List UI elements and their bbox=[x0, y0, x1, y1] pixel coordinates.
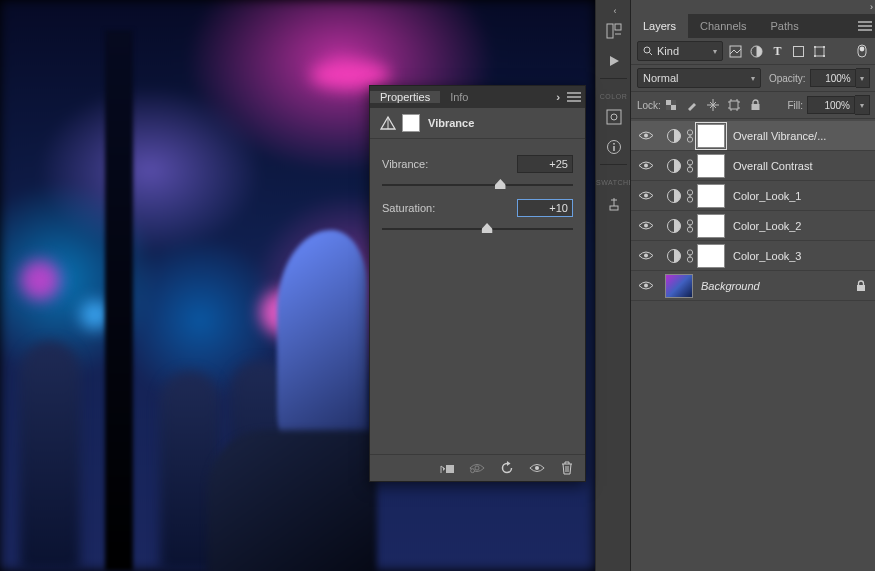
lock-position-icon[interactable] bbox=[706, 98, 721, 113]
lock-row: Lock: Fill: 100% ▾ bbox=[631, 92, 875, 119]
tab-properties[interactable]: Properties bbox=[370, 91, 440, 103]
collapse-panel-icon[interactable]: ›› bbox=[550, 92, 563, 103]
svg-rect-22 bbox=[666, 105, 671, 110]
mask-thumbnail-icon[interactable] bbox=[402, 114, 420, 132]
opacity-caret[interactable]: ▾ bbox=[856, 68, 870, 88]
slider-track[interactable] bbox=[382, 221, 573, 237]
mask-link-icon[interactable] bbox=[685, 219, 695, 233]
layer-mask-thumbnail[interactable] bbox=[697, 184, 725, 208]
layer-row[interactable]: Color_Look_2 bbox=[631, 211, 875, 241]
slider-thumb[interactable] bbox=[495, 179, 506, 189]
blend-mode-dropdown[interactable]: Normal ▾ bbox=[637, 68, 761, 88]
trash-icon[interactable] bbox=[559, 460, 575, 476]
adjustment-layer-icon bbox=[665, 127, 683, 145]
lock-icon bbox=[856, 280, 870, 292]
svg-point-41 bbox=[644, 254, 648, 258]
tab-channels[interactable]: Channels bbox=[688, 14, 758, 38]
layer-name[interactable]: Overall Vibrance/... bbox=[733, 130, 870, 142]
color-panel-icon[interactable] bbox=[596, 102, 631, 132]
slider-thumb[interactable] bbox=[482, 223, 493, 233]
adjustment-layer-icon bbox=[665, 157, 683, 175]
lock-artboard-icon[interactable] bbox=[727, 98, 742, 113]
filter-kind-label: Kind bbox=[657, 45, 679, 57]
slider-track[interactable] bbox=[382, 177, 573, 193]
layer-row[interactable]: Overall Contrast bbox=[631, 151, 875, 181]
layer-mask-thumbnail[interactable] bbox=[697, 214, 725, 238]
layer-row[interactable]: Overall Vibrance/... bbox=[631, 121, 875, 151]
svg-rect-20 bbox=[671, 105, 676, 110]
mask-link-icon[interactable] bbox=[685, 129, 695, 143]
tab-paths[interactable]: Paths bbox=[759, 14, 811, 38]
adjustment-layer-icon bbox=[665, 247, 683, 265]
adjust-filter-icon[interactable] bbox=[748, 43, 765, 60]
opacity-value[interactable]: 100% bbox=[810, 69, 856, 87]
slider-value-input[interactable] bbox=[517, 199, 573, 217]
properties-tabbar: Properties Info ›› bbox=[370, 86, 585, 108]
layer-name[interactable]: Overall Contrast bbox=[733, 160, 870, 172]
slider-value-input[interactable] bbox=[517, 155, 573, 173]
fill-value[interactable]: 100% bbox=[807, 96, 855, 114]
lock-label: Lock: bbox=[637, 100, 661, 111]
layer-row[interactable]: Color_Look_1 bbox=[631, 181, 875, 211]
actions-panel-icon[interactable] bbox=[596, 46, 631, 76]
svg-rect-7 bbox=[610, 206, 618, 210]
fill-caret[interactable]: ▾ bbox=[855, 95, 870, 115]
layer-row[interactable]: Background bbox=[631, 271, 875, 301]
layer-thumbnail[interactable] bbox=[665, 274, 693, 298]
slider-label: Vibrance: bbox=[382, 158, 517, 170]
svg-point-8 bbox=[644, 47, 650, 53]
svg-rect-46 bbox=[857, 285, 865, 291]
layer-mask-thumbnail[interactable] bbox=[697, 154, 725, 178]
panel-menu-icon[interactable] bbox=[854, 14, 875, 38]
blend-row: Normal ▾ Opacity: 100% ▾ bbox=[631, 65, 875, 92]
toggle-visibility-icon[interactable] bbox=[529, 460, 545, 476]
layer-mask-thumbnail[interactable] bbox=[697, 124, 725, 148]
visibility-toggle-icon[interactable] bbox=[637, 127, 655, 145]
reset-icon[interactable] bbox=[499, 460, 515, 476]
lock-brush-icon[interactable] bbox=[685, 98, 700, 113]
tab-info[interactable]: Info bbox=[440, 91, 478, 103]
lock-pixels-icon[interactable] bbox=[664, 98, 679, 113]
filter-toggle-switch[interactable] bbox=[853, 43, 870, 60]
visibility-toggle-icon[interactable] bbox=[637, 247, 655, 265]
layer-name[interactable]: Color_Look_3 bbox=[733, 250, 870, 262]
pixel-filter-icon[interactable] bbox=[727, 43, 744, 60]
visibility-toggle-icon[interactable] bbox=[637, 157, 655, 175]
type-filter-icon[interactable]: T bbox=[769, 43, 786, 60]
swatches-panel-icon[interactable] bbox=[596, 188, 631, 218]
layer-name[interactable]: Color_Look_2 bbox=[733, 220, 870, 232]
slider-label: Saturation: bbox=[382, 202, 517, 214]
sliders-group: Vibrance:Saturation: bbox=[370, 139, 585, 237]
layer-mask-thumbnail[interactable] bbox=[697, 244, 725, 268]
expand-dock-icon[interactable]: ‹‹ bbox=[596, 6, 631, 16]
svg-point-49 bbox=[471, 469, 475, 473]
filter-kind-dropdown[interactable]: Kind ▾ bbox=[637, 41, 723, 61]
lock-all-icon[interactable] bbox=[748, 98, 763, 113]
shape-filter-icon[interactable] bbox=[790, 43, 807, 60]
layer-row[interactable]: Color_Look_3 bbox=[631, 241, 875, 271]
mask-link-icon[interactable] bbox=[685, 189, 695, 203]
layer-name[interactable]: Color_Look_1 bbox=[733, 190, 870, 202]
history-panel-icon[interactable] bbox=[596, 16, 631, 46]
visibility-toggle-icon[interactable] bbox=[637, 277, 655, 295]
panel-menu-icon[interactable] bbox=[563, 92, 585, 102]
visibility-toggle-icon[interactable] bbox=[637, 187, 655, 205]
smart-filter-icon[interactable] bbox=[811, 43, 828, 60]
tab-layers[interactable]: Layers bbox=[631, 14, 688, 38]
mask-link-icon[interactable] bbox=[685, 249, 695, 263]
collapse-dock-icon[interactable]: ›› bbox=[631, 0, 875, 14]
svg-rect-47 bbox=[446, 465, 454, 473]
slider-row: Saturation: bbox=[382, 199, 573, 217]
blend-mode-value: Normal bbox=[643, 72, 678, 84]
visibility-toggle-icon[interactable] bbox=[637, 217, 655, 235]
fill-label: Fill: bbox=[787, 100, 803, 111]
layer-name[interactable]: Background bbox=[701, 280, 856, 292]
view-previous-icon[interactable] bbox=[469, 460, 485, 476]
mask-link-icon[interactable] bbox=[685, 159, 695, 173]
info-panel-icon[interactable] bbox=[596, 132, 631, 162]
opacity-label: Opacity: bbox=[769, 73, 806, 84]
svg-rect-5 bbox=[613, 146, 615, 151]
properties-panel: Properties Info ›› Vibrance Vibrance:Sat… bbox=[369, 85, 586, 482]
clip-to-layer-icon[interactable] bbox=[439, 460, 455, 476]
layers-panel: ›› Layers Channels Paths Kind ▾ T Normal… bbox=[630, 0, 875, 571]
